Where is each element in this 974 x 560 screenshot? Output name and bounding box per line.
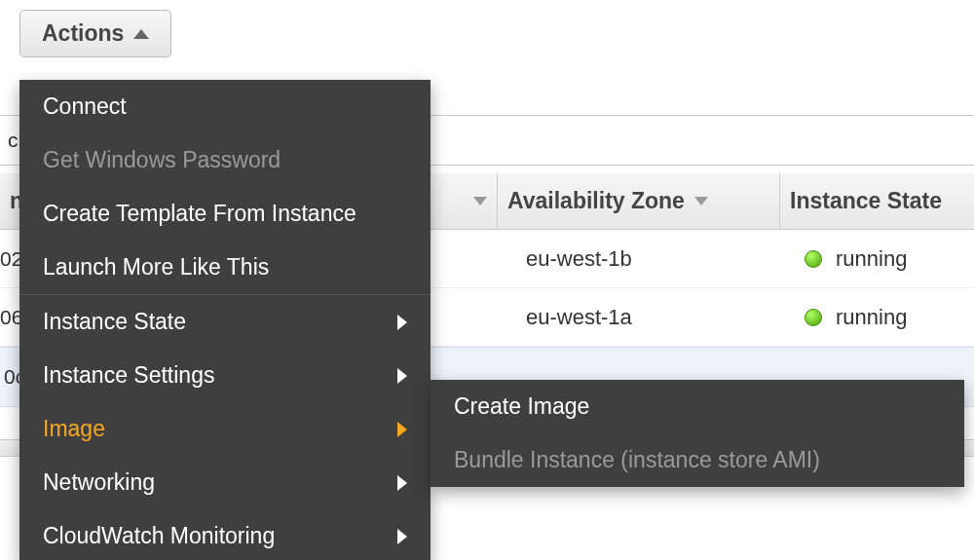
menu-item-connect[interactable]: Connect [19,80,431,133]
menu-item-label: Instance State [43,309,186,335]
sort-down-icon [694,197,708,205]
menu-item-label: Connect [43,93,127,120]
menu-item-instance-settings[interactable]: Instance Settings [19,349,431,402]
cell-state-label: running [836,305,907,330]
cell-instance-id: 02 [0,247,16,271]
chevron-right-icon [397,315,407,330]
cell-instance-id: 06 [0,306,16,329]
sort-down-icon [473,197,487,205]
table-header-instance-state[interactable]: Instance State [780,173,974,229]
actions-button-label: Actions [42,20,124,47]
menu-item-cloudwatch-monitoring[interactable]: CloudWatch Monitoring [19,509,431,560]
chevron-right-icon [397,368,407,384]
cell-instance-id: 0c [0,365,16,389]
menu-item-label: Launch More Like This [43,254,269,280]
chevron-right-icon [397,475,407,491]
menu-item-get-windows-password: Get Windows Password [19,133,431,187]
menu-item-label: Image [43,416,105,442]
menu-item-launch-more-like-this[interactable]: Launch More Like This [19,241,431,294]
table-header-availability-zone[interactable]: Availability Zone [498,173,780,229]
menu-item-label: Create Template From Instance [43,201,356,227]
table-header-col3-label: Availability Zone [507,188,685,214]
menu-item-instance-state[interactable]: Instance State [19,295,431,349]
menu-item-image[interactable]: Image [19,402,431,456]
cell-instance-state: running [791,305,974,330]
status-running-icon [805,309,822,326]
table-header-col1[interactable]: ns [0,173,20,229]
caret-up-icon [133,29,149,39]
submenu-item-bundle-instance: Bundle Instance (instance store AMI) [431,433,964,487]
submenu-item-create-image[interactable]: Create Image [431,380,964,433]
cell-availability-zone: eu-west-1b [508,246,791,272]
chevron-right-icon [397,422,407,437]
menu-item-label: Bundle Instance (instance store AMI) [454,447,820,473]
menu-item-label: Create Image [454,393,589,420]
status-running-icon [805,250,822,268]
actions-menu: Connect Get Windows Password Create Temp… [19,80,431,560]
cell-availability-zone: eu-west-1a [508,305,791,330]
menu-item-label: Instance Settings [43,362,214,389]
image-submenu: Create Image Bundle Instance (instance s… [431,380,964,487]
actions-button[interactable]: Actions [19,10,171,57]
menu-item-label: Networking [43,469,155,496]
chevron-right-icon [397,529,407,544]
menu-item-networking[interactable]: Networking [19,456,431,509]
menu-item-create-template[interactable]: Create Template From Instance [19,187,431,241]
menu-item-label: CloudWatch Monitoring [43,523,275,549]
table-header-col4-label: Instance State [790,188,942,214]
menu-item-label: Get Windows Password [43,147,281,173]
cell-state-label: running [836,246,907,272]
cell-instance-state: running [791,246,974,272]
